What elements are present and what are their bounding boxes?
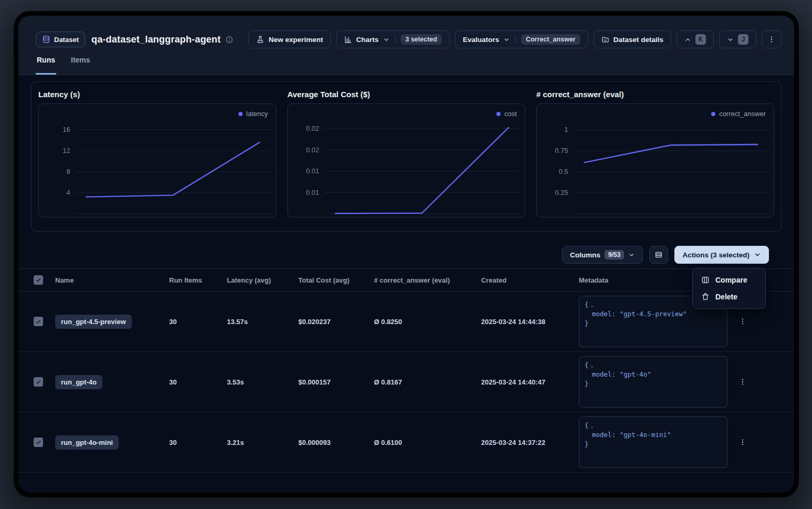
charts-selected-badge: 3 selected xyxy=(401,34,442,45)
chevron-down-icon[interactable]: ⌄ xyxy=(590,421,595,429)
columns-button-label: Columns xyxy=(570,251,600,259)
column-header-run-items[interactable]: Run Items xyxy=(169,276,227,284)
table-toolbar: Columns 9/53 Actions (3 selected) xyxy=(18,245,794,264)
svg-text:8: 8 xyxy=(66,169,70,176)
rows-icon xyxy=(654,251,663,259)
column-header-correct-answer[interactable]: # correct_answer (eval) xyxy=(374,276,481,284)
row-kebab-button[interactable] xyxy=(738,438,747,446)
chevron-up-icon xyxy=(684,36,691,43)
metadata-json-box[interactable]: {⌄ model: "gpt-4o" } xyxy=(579,356,727,408)
kebab-icon xyxy=(738,317,747,326)
new-experiment-label: New experiment xyxy=(268,36,323,44)
legend-label: cost xyxy=(504,110,517,118)
metadata-key: model: xyxy=(592,370,616,378)
folder-icon xyxy=(601,36,609,44)
tab-bar: Runs Items xyxy=(36,54,782,75)
svg-text:1: 1 xyxy=(564,127,568,134)
info-icon[interactable] xyxy=(225,36,233,44)
row-height-button[interactable] xyxy=(649,246,668,264)
run-name-badge[interactable]: run_gpt-4.5-preview xyxy=(55,315,132,329)
chart-title-cost: Average Total Cost ($) xyxy=(287,90,525,99)
cost-line-plot: 0.020.020.010.01 xyxy=(288,104,525,217)
menu-item-label: Delete xyxy=(715,293,737,301)
legend-correct-answer: correct_answer xyxy=(711,110,766,118)
legend-latency: latency xyxy=(238,110,268,118)
kebab-icon xyxy=(767,35,776,44)
actions-button[interactable]: Actions (3 selected) xyxy=(674,246,769,264)
keycap-k: K xyxy=(695,34,706,45)
column-header-created[interactable]: Created xyxy=(481,276,579,284)
cost-chart: 0.020.020.010.01 cost xyxy=(287,103,525,217)
tab-runs[interactable]: Runs xyxy=(36,54,56,75)
select-all-checkbox[interactable] xyxy=(34,275,43,285)
chevron-down-icon xyxy=(383,36,390,43)
svg-text:12: 12 xyxy=(63,148,70,155)
chevron-down-icon[interactable]: ⌄ xyxy=(590,300,595,308)
latency-cell: 3.21s xyxy=(227,439,298,446)
correct-answer-cell: Ø 0.6100 xyxy=(374,439,481,446)
charts-panel: Latency (s) Average Total Cost ($) # cor… xyxy=(31,81,782,232)
menu-item-delete[interactable]: Delete xyxy=(693,288,765,305)
chart-title-correct-answer: # correct_answer (eval) xyxy=(536,90,774,99)
prev-run-button[interactable]: K xyxy=(676,30,714,48)
header-kebab-button[interactable] xyxy=(762,30,782,48)
columns-button[interactable]: Columns 9/53 xyxy=(562,246,643,264)
table-header-row: Name Run Items Latency (avg) Total Cost … xyxy=(18,268,794,292)
row-kebab-button[interactable] xyxy=(738,378,747,386)
column-header-latency[interactable]: Latency (avg) xyxy=(227,276,298,284)
correct-answer-chart: 10.750.50.25 correct_answer xyxy=(536,103,774,217)
divider xyxy=(515,35,516,44)
dataset-details-button[interactable]: Dataset details xyxy=(594,30,671,48)
correct-answer-cell: Ø 0.8167 xyxy=(374,378,481,386)
created-cell: 2025-03-24 14:44:38 xyxy=(481,318,579,326)
svg-text:0.25: 0.25 xyxy=(555,190,568,197)
column-header-total-cost[interactable]: Total Cost (avg) xyxy=(298,276,374,284)
kebab-icon xyxy=(738,438,747,446)
bar-chart-icon xyxy=(344,36,352,44)
flask-icon xyxy=(256,36,264,44)
run-name-badge[interactable]: run_gpt-4o xyxy=(55,375,102,389)
next-run-button[interactable]: J xyxy=(719,30,756,48)
legend-label: latency xyxy=(246,110,268,118)
chevron-down-icon xyxy=(754,251,761,258)
run-name-badge[interactable]: run_gpt-4o-mini xyxy=(55,435,119,450)
row-kebab-button[interactable] xyxy=(738,317,747,326)
database-icon xyxy=(42,35,50,44)
legend-cost: cost xyxy=(496,110,517,118)
table-row: run_gpt-4o 30 3.53s $0.000157 Ø 0.8167 2… xyxy=(18,352,794,412)
metadata-key: model: xyxy=(592,310,616,318)
created-cell: 2025-03-24 14:37:22 xyxy=(481,439,579,446)
charts-dropdown-button[interactable]: Charts 3 selected xyxy=(336,30,450,48)
table-row: run_gpt-4o-mini 30 3.21s $0.000093 Ø 0.6… xyxy=(18,412,794,473)
chevron-down-icon xyxy=(503,36,510,43)
app-window: Dataset qa-dataset_langgraph-agent New e… xyxy=(18,16,794,493)
row-checkbox[interactable] xyxy=(34,438,43,447)
runs-table: Name Run Items Latency (avg) Total Cost … xyxy=(18,268,794,473)
svg-text:4: 4 xyxy=(66,190,70,197)
latency-cell: 13.57s xyxy=(227,318,298,326)
menu-item-compare[interactable]: Compare xyxy=(693,272,765,288)
row-checkbox[interactable] xyxy=(34,317,43,326)
chevron-down-icon xyxy=(628,252,635,258)
metadata-json-box[interactable]: {⌄ model: "gpt-4o-mini" } xyxy=(579,417,727,468)
tab-items[interactable]: Items xyxy=(70,54,91,75)
charts-label: Charts xyxy=(356,36,379,44)
row-checkbox[interactable] xyxy=(34,377,43,387)
svg-text:0.01: 0.01 xyxy=(306,189,319,196)
chevron-down-icon[interactable]: ⌄ xyxy=(590,361,595,369)
column-header-name[interactable]: Name xyxy=(55,276,169,284)
menu-item-label: Compare xyxy=(715,276,747,284)
new-experiment-button[interactable]: New experiment xyxy=(248,30,331,48)
svg-text:0.01: 0.01 xyxy=(306,168,319,175)
total-cost-cell: $0.020237 xyxy=(298,318,374,326)
run-items-cell: 30 xyxy=(169,439,227,446)
dataset-details-label: Dataset details xyxy=(613,36,663,44)
run-items-cell: 30 xyxy=(169,378,227,386)
table-row: run_gpt-4.5-preview 30 13.57s $0.020237 … xyxy=(18,292,794,352)
svg-text:0.02: 0.02 xyxy=(306,125,319,132)
evaluators-dropdown-button[interactable]: Evaluators Correct_answer xyxy=(455,30,588,48)
metadata-value: "gpt-4o-mini" xyxy=(620,431,671,439)
divider xyxy=(395,35,395,44)
columns-icon xyxy=(701,276,710,284)
correct-answer-cell: Ø 0.8250 xyxy=(374,318,481,326)
